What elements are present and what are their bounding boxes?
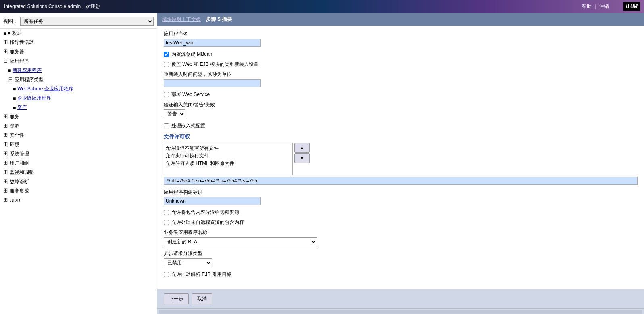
- header-title: Integrated Solutions Console admin，欢迎您: [4, 3, 100, 10]
- file-permission-listbox[interactable]: 允许读但不能写所有文件 允许执行可执行文件 允许任何人读 HTML 和图像文件: [164, 143, 293, 175]
- scroll-down-button[interactable]: ▼: [294, 153, 310, 163]
- inline-config-row: 处理嵌入式配置: [164, 122, 638, 129]
- users-expand-icon: 田: [3, 160, 8, 167]
- sidebar-item-new-app[interactable]: ■ 新建应用程序: [0, 66, 157, 75]
- app-arch-input[interactable]: [164, 197, 261, 205]
- sidebar-item-security[interactable]: 田 安全性: [0, 131, 157, 140]
- file-permission-item-2: 允许执行可执行文件: [165, 152, 291, 160]
- sidebar-item-app-types[interactable]: 日 应用程序类型: [0, 75, 157, 84]
- deploy-webservice-label: 部署 Web Service: [171, 91, 210, 98]
- trouble-expand-icon: 田: [3, 178, 8, 185]
- view-label: 视图：: [3, 18, 18, 25]
- step-nav: 模块映射上下文根 步骤 5 摘要: [157, 13, 644, 26]
- step-current: 步骤 5 摘要: [206, 16, 232, 23]
- allow-dispatch-label: 允许将包含内容分派给远程资源: [171, 209, 239, 216]
- logout-link[interactable]: 注销: [599, 3, 609, 10]
- create-mbean-checkbox[interactable]: [164, 52, 169, 57]
- sidebar-item-websphere[interactable]: ■ WebSphere 企业应用程序: [0, 84, 157, 94]
- deploy-webservice-row: 部署 Web Service: [164, 91, 638, 98]
- file-permission-item-3: 允许任何人读 HTML 和图像文件: [165, 160, 291, 167]
- button-row: 下一步 取消: [157, 289, 644, 308]
- app-name-label: 应用程序名: [164, 31, 638, 38]
- form-content: 应用程序名 为资源创建 MBean 覆盖 Web 和 EJB 模块的类重新装入设…: [157, 26, 644, 289]
- deploy-webservice-checkbox[interactable]: [164, 92, 169, 97]
- async-group: 异步请求分派类型 已禁用 已启用: [164, 250, 638, 267]
- security-expand-icon: 田: [3, 132, 8, 139]
- validate-select[interactable]: 警告 关闭 失败: [164, 109, 185, 118]
- app-name-group: 应用程序名: [164, 31, 638, 47]
- sidebar-item-users[interactable]: 田 用户和组: [0, 159, 157, 168]
- reload-interval-label: 重新装入时间间隔，以秒为单位: [164, 71, 638, 78]
- view-bar: 视图： 所有任务: [0, 15, 157, 29]
- reload-interval-group: 重新装入时间间隔，以秒为单位: [164, 71, 638, 87]
- file-permission-title: 文件许可权: [164, 133, 638, 140]
- reload-interval-input[interactable]: [164, 79, 261, 87]
- app-arch-label: 应用程序构建标识: [164, 189, 638, 196]
- cancel-button[interactable]: 取消: [192, 293, 212, 304]
- allow-ejb-label: 允许自动解析 EJB 引用目标: [171, 271, 231, 278]
- override-reload-label: 覆盖 Web 和 EJB 模块的类重新装入设置: [171, 61, 258, 68]
- welcome-icon: ■: [3, 31, 6, 36]
- bla-group: 业务级应用程序名称 创建新的 BLA: [164, 229, 638, 246]
- sidebar-item-monitor[interactable]: 田 监视和调整: [0, 168, 157, 177]
- validate-input-label: 验证输入关闭/警告/失败: [164, 101, 638, 108]
- sidebar-item-enterprise[interactable]: ■ 企业级应用程序: [0, 94, 157, 103]
- main-layout: 视图： 所有任务 ■ ■ 欢迎 田 指导性活动 田 服务器 日 应用程序 ■ 新…: [0, 13, 644, 314]
- app-name-input[interactable]: [164, 39, 261, 47]
- permission-input-area: [164, 177, 638, 185]
- bla-select[interactable]: 创建新的 BLA: [164, 237, 317, 246]
- guided-expand-icon: 田: [3, 39, 8, 46]
- override-reload-checkbox[interactable]: [164, 62, 169, 67]
- servers-expand-icon: 田: [3, 48, 8, 55]
- monitor-expand-icon: 田: [3, 169, 8, 176]
- allow-serve-checkbox[interactable]: [164, 220, 169, 225]
- sys-expand-icon: 田: [3, 151, 8, 157]
- sidebar-item-env[interactable]: 田 环境: [0, 140, 157, 149]
- allow-dispatch-checkbox[interactable]: [164, 210, 169, 215]
- async-label: 异步请求分派类型: [164, 250, 638, 257]
- sidebar-item-resources[interactable]: 田 资源: [0, 121, 157, 131]
- sidebar-item-servers[interactable]: 田 服务器: [0, 47, 157, 57]
- resources-expand-icon: 田: [3, 123, 8, 130]
- scroll-up-button[interactable]: ▲: [294, 143, 310, 153]
- sidebar-item-service-int[interactable]: 田 服务集成: [0, 186, 157, 196]
- sidebar-item-apps[interactable]: 日 应用程序: [0, 57, 157, 66]
- horizontal-scrollbar[interactable]: [159, 310, 642, 314]
- bla-label: 业务级应用程序名称: [164, 229, 638, 236]
- view-select[interactable]: 所有任务: [20, 17, 154, 26]
- assets-icon: ■: [13, 105, 16, 111]
- file-permission-item-1: 允许读但不能写所有文件: [165, 144, 291, 152]
- app-arch-group: 应用程序构建标识: [164, 189, 638, 205]
- allow-dispatch-row: 允许将包含内容分派给远程资源: [164, 209, 638, 216]
- inline-config-label: 处理嵌入式配置: [171, 122, 205, 129]
- permission-text-input[interactable]: [164, 177, 638, 185]
- sidebar-item-welcome[interactable]: ■ ■ 欢迎: [0, 29, 157, 38]
- content-area: 模块映射上下文根 步骤 5 摘要 应用程序名 为资源创建 MBean 覆盖 We…: [157, 13, 644, 314]
- bottom-scrollbar: [157, 308, 644, 314]
- services-expand-icon: 田: [3, 113, 8, 120]
- validate-input-group: 验证输入关闭/警告/失败 警告 关闭 失败: [164, 101, 638, 118]
- allow-ejb-checkbox[interactable]: [164, 272, 169, 277]
- inline-config-checkbox[interactable]: [164, 123, 169, 128]
- sidebar-item-services[interactable]: 田 服务: [0, 112, 157, 121]
- header-separator: |: [595, 4, 596, 9]
- breadcrumb-link[interactable]: 模块映射上下文根: [162, 16, 201, 23]
- new-app-icon: ■: [8, 68, 11, 73]
- allow-serve-row: 允许处理来自远程资源的包含内容: [164, 219, 638, 226]
- allow-serve-label: 允许处理来自远程资源的包含内容: [171, 219, 244, 226]
- enterprise-icon: ■: [13, 96, 16, 101]
- async-select[interactable]: 已禁用 已启用: [164, 258, 212, 267]
- allow-ejb-row: 允许自动解析 EJB 引用目标: [164, 271, 638, 278]
- create-mbean-row: 为资源创建 MBean: [164, 51, 638, 58]
- help-link[interactable]: 帮助: [582, 3, 592, 10]
- next-button[interactable]: 下一步: [164, 293, 189, 304]
- apps-expand-icon: 日: [3, 58, 8, 65]
- websphere-icon: ■: [13, 86, 16, 92]
- header: Integrated Solutions Console admin，欢迎您 帮…: [0, 0, 644, 13]
- sidebar-item-sys-mgmt[interactable]: 田 系统管理: [0, 149, 157, 159]
- sidebar-item-guided[interactable]: 田 指导性活动: [0, 38, 157, 47]
- sidebar-item-trouble[interactable]: 田 故障诊断: [0, 177, 157, 186]
- sidebar-item-assets[interactable]: ■ 资产: [0, 103, 157, 112]
- sidebar-item-uddi[interactable]: 田 UDDI: [0, 196, 157, 205]
- uddi-expand-icon: 田: [3, 197, 8, 204]
